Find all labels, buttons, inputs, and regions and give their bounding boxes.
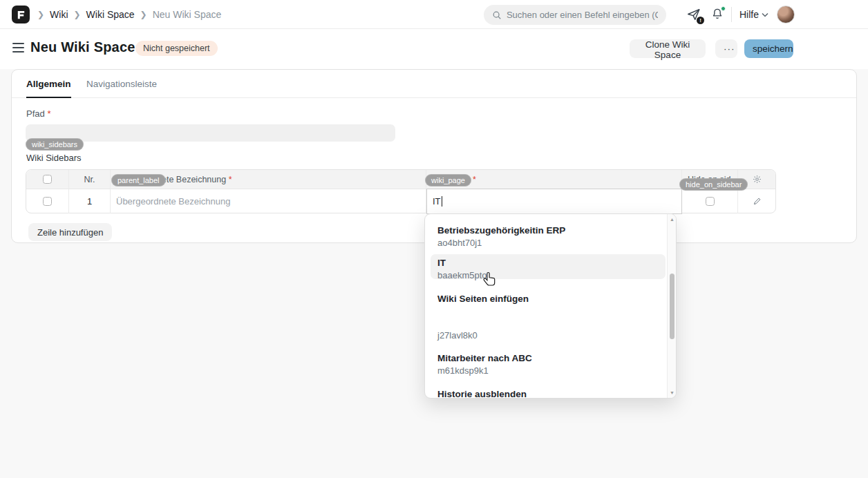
dropdown-scrollbar[interactable]: ▲ ▼ — [667, 214, 676, 398]
navbar: ❯ Wiki ❯ Wiki Space ❯ Neu Wiki Space ! H… — [0, 0, 868, 29]
hide-on-sidebar-checkbox[interactable] — [706, 197, 715, 206]
help-label: Hilfe — [739, 9, 759, 20]
page-header: Neu Wiki Space Nicht gespeichert Clone W… — [0, 29, 868, 69]
announcements-button[interactable]: ! — [686, 7, 701, 22]
tab-navigationsleiste[interactable]: Navigationsleiste — [86, 70, 157, 98]
dropdown-option[interactable]: j27lavl8k0 — [431, 325, 666, 344]
text-caret — [442, 196, 442, 207]
wiki-sidebars-fieldname-tooltip: wiki_sidebars — [26, 138, 84, 151]
search-input[interactable] — [507, 10, 658, 20]
breadcrumb: ❯ Wiki ❯ Wiki Space ❯ Neu Wiki Space — [37, 0, 221, 29]
wiki-page-fieldname-tooltip: wiki_page — [425, 174, 471, 187]
wiki-page-input[interactable]: IT — [426, 189, 682, 214]
sidebar-toggle-button[interactable] — [12, 43, 24, 52]
dropdown-option[interactable]: Historie ausblenden — [431, 385, 666, 399]
frappe-logo-icon — [16, 10, 26, 20]
edit-row-button[interactable] — [738, 189, 775, 213]
dropdown-option[interactable]: Wiki Seiten einfügen — [431, 290, 666, 307]
select-all-checkbox[interactable] — [43, 175, 52, 184]
chevron-down-icon — [762, 12, 768, 17]
save-button[interactable]: speichern — [744, 39, 793, 58]
dropdown-option-highlighted[interactable]: IT baaekm5pto — [431, 254, 666, 279]
dropdown-option[interactable]: Mitarbeiter nach ABC m61kdsp9k1 — [431, 350, 666, 379]
scroll-up-icon[interactable]: ▲ — [668, 217, 677, 222]
more-actions-button[interactable]: ··· — [715, 39, 737, 58]
breadcrumb-wiki[interactable]: Wiki — [50, 9, 68, 20]
scroll-down-icon[interactable]: ▼ — [668, 390, 677, 395]
breadcrumb-current: Neu Wiki Space — [153, 9, 222, 20]
help-dropdown[interactable]: Hilfe — [739, 0, 768, 29]
grid-row-1: 1 IT — [26, 189, 775, 213]
chevron-right-icon: ❯ — [140, 10, 147, 19]
page-title: Neu Wiki Space — [30, 39, 135, 55]
notification-dot — [721, 6, 726, 11]
hide-on-sidebar-fieldname-tooltip: hide_on_sidebar — [679, 178, 748, 191]
wiki-sidebars-label: Wiki Sidebars — [26, 153, 81, 163]
wiki-page-link-dropdown: Betriebszugehörigkeitin ERP ao4bht70j1 I… — [424, 213, 677, 399]
hand-cursor — [482, 271, 498, 289]
status-badge: Nicht gespeichert — [135, 41, 218, 56]
parent-label-input[interactable] — [116, 196, 420, 207]
chevron-right-icon: ❯ — [37, 10, 44, 19]
nr-column-header: Nr. — [69, 170, 111, 189]
wiki-page-input-value: IT — [433, 196, 441, 207]
frappe-desk-app: ❯ Wiki ❯ Wiki Space ❯ Neu Wiki Space ! H… — [0, 0, 868, 478]
chevron-right-icon: ❯ — [74, 10, 81, 19]
required-marker: * — [47, 108, 50, 119]
breadcrumb-wiki-space[interactable]: Wiki Space — [86, 9, 135, 20]
tab-allgemein[interactable]: Allgemein — [26, 70, 71, 98]
pfad-label: Pfad * — [26, 108, 50, 119]
add-row-button[interactable]: Zeile hinzufügen — [28, 223, 112, 241]
clone-wiki-space-button[interactable]: Clone Wiki Space — [630, 39, 706, 58]
pencil-icon — [753, 197, 762, 206]
row-checkbox[interactable] — [43, 197, 52, 206]
user-avatar[interactable] — [777, 6, 795, 23]
search-icon — [492, 10, 502, 20]
notifications-button[interactable] — [710, 7, 726, 22]
frappe-logo[interactable] — [12, 6, 30, 23]
announcements-badge: ! — [697, 17, 704, 24]
dropdown-option[interactable]: Betriebszugehörigkeitin ERP ao4bht70j1 — [431, 222, 666, 251]
global-search[interactable] — [484, 5, 666, 25]
scrollbar-thumb[interactable] — [670, 274, 674, 339]
form-tabs: Allgemein Navigationsleiste — [12, 70, 856, 98]
row-number: 1 — [69, 189, 111, 213]
parent-label-fieldname-tooltip: parent_label — [111, 174, 166, 187]
gear-icon — [753, 175, 762, 184]
navbar-divider — [731, 7, 732, 22]
